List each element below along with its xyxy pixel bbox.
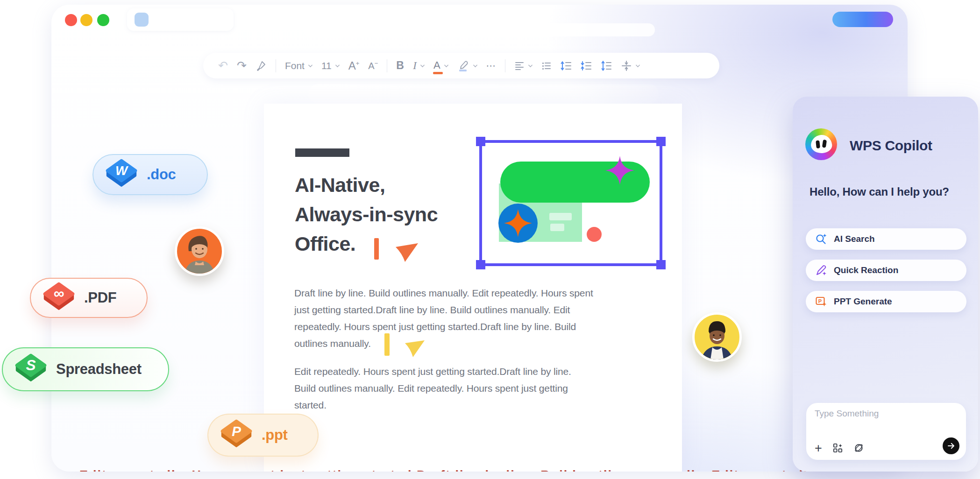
- selection-handle[interactable]: [656, 260, 666, 269]
- selection-handle[interactable]: [656, 137, 666, 146]
- collaborator-caret-yellow: [384, 333, 390, 356]
- chevron-down-icon: [308, 63, 312, 67]
- badge-label: .PDF: [84, 289, 116, 306]
- decrease-font-button[interactable]: A−: [368, 60, 378, 71]
- toolbar-divider: [505, 59, 505, 72]
- highlighter-icon: [457, 60, 469, 72]
- svg-text:S: S: [26, 357, 36, 373]
- ai-search-icon: [815, 233, 827, 245]
- increase-font-button[interactable]: A+: [348, 59, 360, 72]
- account-pill-button[interactable]: [832, 12, 893, 27]
- minimize-window-button[interactable]: [80, 14, 92, 26]
- collaborator-cursor-yellow: [404, 339, 426, 359]
- bullet-list-button[interactable]: [541, 61, 552, 71]
- chevron-down-icon: [335, 63, 340, 67]
- paragraph-spacing-button[interactable]: [581, 60, 592, 71]
- ppt-generate-icon: P: [815, 296, 827, 308]
- action-label: Quick Reaction: [834, 265, 898, 275]
- chevron-down-icon: [444, 63, 448, 67]
- body-paragraph-2[interactable]: Edit repeatedly. Hours spent just gettin…: [294, 363, 571, 414]
- vertical-align-button[interactable]: [621, 60, 640, 71]
- ppt-generate-button[interactable]: P PPT Generate: [806, 291, 966, 312]
- redo-icon: ↷: [237, 60, 247, 71]
- selection-handle[interactable]: [476, 137, 485, 146]
- chevron-down-icon: [473, 63, 477, 67]
- collaborator-avatar-orange: [175, 226, 224, 276]
- redo-button[interactable]: ↷: [237, 60, 247, 71]
- wps-copilot-logo: [805, 128, 837, 160]
- pdf-file-badge[interactable]: ∞ .PDF: [30, 278, 148, 318]
- formatting-toolbar: ↶ ↷ Font 11 A+ A− B I A ⋯: [203, 53, 719, 78]
- presentation-icon: P: [219, 419, 254, 451]
- heading-line: Always-in-sync: [295, 200, 438, 229]
- collaborator-cursor-orange: [395, 242, 419, 264]
- doc-file-badge[interactable]: W .doc: [92, 154, 208, 195]
- undo-icon: ↶: [218, 60, 228, 71]
- bold-button[interactable]: B: [396, 59, 404, 72]
- align-left-icon: [514, 61, 525, 71]
- highlight-button[interactable]: [457, 60, 477, 72]
- hero-screenshot: ↶ ↷ Font 11 A+ A− B I A ⋯: [0, 0, 980, 479]
- send-button[interactable]: [943, 437, 959, 454]
- spreadsheet-icon: S: [13, 353, 49, 385]
- svg-text:W: W: [115, 163, 128, 178]
- action-label: PPT Generate: [834, 296, 892, 307]
- vertical-align-icon: [621, 60, 632, 71]
- font-size-select[interactable]: 11: [321, 60, 340, 71]
- align-button[interactable]: [514, 61, 533, 71]
- collaborator-caret-orange: [374, 238, 379, 260]
- title-bar-placeholder: [304, 23, 655, 36]
- text-line-placeholder: [549, 213, 572, 220]
- selection-handle[interactable]: [476, 260, 485, 269]
- copilot-input-field[interactable]: [815, 409, 955, 436]
- format-painter-button[interactable]: [256, 60, 267, 71]
- line-spacing-button[interactable]: [561, 60, 572, 71]
- heading-kicker-bar: [295, 148, 349, 157]
- orbit-media-button[interactable]: [853, 443, 864, 453]
- quick-reaction-button[interactable]: Quick Reaction: [806, 260, 966, 281]
- writer-doc-icon: W: [104, 159, 139, 190]
- document-page[interactable]: AI-Native, Always-in-sync Office.: [264, 104, 682, 472]
- ai-search-button[interactable]: AI Search: [806, 228, 966, 250]
- bullet-list-icon: [541, 61, 552, 71]
- svg-text:∞: ∞: [54, 285, 64, 302]
- pdf-icon: ∞: [41, 282, 77, 314]
- body-paragraph-1[interactable]: Draft line by line. Build outlines manua…: [294, 285, 593, 352]
- selected-image-object[interactable]: [479, 140, 662, 266]
- svg-text:P: P: [818, 298, 822, 304]
- red-dot-shape: [587, 227, 602, 242]
- toolbar-divider: [387, 59, 387, 72]
- document-tab[interactable]: [127, 8, 234, 31]
- copilot-greeting: Hello, How can I help you?: [810, 185, 949, 198]
- add-attachment-button[interactable]: +: [815, 443, 822, 453]
- chevron-down-icon: [636, 63, 640, 67]
- more-tools-button[interactable]: ⋯: [486, 60, 496, 71]
- wps-copilot-panel: WPS Copilot Hello, How can I help you? A…: [793, 97, 978, 472]
- copilot-title: WPS Copilot: [850, 138, 932, 154]
- heading-line: AI-Native,: [295, 170, 438, 200]
- apps-grid-button[interactable]: [832, 443, 843, 453]
- font-color-swatch: [433, 72, 443, 74]
- format-painter-icon: [256, 60, 267, 71]
- toolbar-divider: [276, 59, 276, 72]
- badge-label: Spreadsheet: [56, 361, 142, 378]
- svg-text:P: P: [232, 423, 241, 439]
- ppt-file-badge[interactable]: P .ppt: [207, 414, 319, 457]
- font-color-button[interactable]: A: [433, 59, 448, 72]
- font-family-select[interactable]: Font: [285, 60, 312, 71]
- undo-button[interactable]: ↶: [218, 60, 228, 71]
- line-height-button[interactable]: [601, 60, 612, 71]
- text-line-placeholder: [550, 224, 564, 231]
- document-tab-icon: [135, 13, 149, 27]
- close-window-button[interactable]: [65, 14, 77, 26]
- badge-label: .ppt: [262, 427, 288, 444]
- paragraph-spacing-icon: [581, 60, 592, 71]
- send-icon: [947, 442, 955, 450]
- spreadsheet-file-badge[interactable]: S Spreadsheet: [2, 347, 169, 391]
- italic-button[interactable]: I: [413, 59, 425, 72]
- badge-label: .doc: [147, 166, 176, 183]
- quick-reaction-icon: [815, 264, 827, 276]
- secondary-bar-placeholder: [308, 84, 659, 104]
- zoom-window-button[interactable]: [97, 14, 109, 26]
- clipped-footer-text: Edit repeatedly. Hours spent just gettin…: [79, 468, 902, 472]
